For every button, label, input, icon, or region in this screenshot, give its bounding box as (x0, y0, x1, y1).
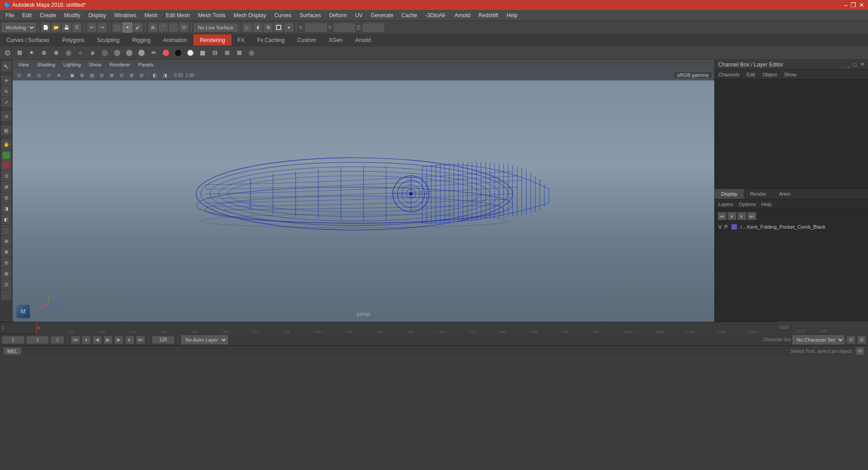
tab-xgen[interactable]: XGen (322, 34, 349, 46)
menu-display[interactable]: Display (85, 11, 109, 19)
icon-link2[interactable]: ⊠ (234, 47, 245, 58)
menu-file[interactable]: File (2, 11, 18, 19)
lt-btn-17[interactable]: ⊡ (1, 279, 11, 289)
rb-tab-display[interactable]: Display (715, 189, 744, 199)
icon-circle4[interactable] (136, 47, 147, 58)
ipr-btn[interactable]: ⧫ (253, 23, 263, 33)
viewport-menu-lighting[interactable]: Lighting (60, 61, 85, 68)
layer-play-prev[interactable]: ⏴ (727, 212, 736, 220)
frame-end-field[interactable] (152, 336, 175, 344)
tab-arnold[interactable]: Arnold (349, 34, 377, 46)
gamma-display[interactable]: sRGB gamma (673, 71, 712, 79)
status-mode[interactable]: MEL (4, 348, 21, 355)
layer-play-start[interactable]: ⏮ (717, 212, 726, 220)
move-tool[interactable]: ✛ (1, 75, 11, 85)
status-btn[interactable]: ⚙ (855, 347, 864, 355)
z-field[interactable] (362, 23, 385, 33)
cb-expand[interactable]: □ (854, 62, 857, 67)
tab-rigging[interactable]: Rigging (126, 34, 157, 46)
cb-tab-channels[interactable]: Channels (718, 72, 739, 77)
menu-windows[interactable]: Windows (111, 11, 140, 19)
lt-group-1[interactable] (1, 150, 11, 170)
menu-surfaces[interactable]: Surfaces (296, 11, 325, 19)
hypershade-btn[interactable]: ♦ (284, 23, 294, 33)
icon-snap2[interactable]: ⊟ (209, 47, 220, 58)
tab-fx[interactable]: FX (231, 34, 251, 46)
scale-tool[interactable]: ⤢ (1, 97, 11, 107)
timeline-ruler[interactable]: 5 10 15 20 25 30 35 40 45 50 55 60 65 (36, 322, 778, 334)
icon-home[interactable]: ⊙ (2, 47, 13, 58)
lt-btn-11[interactable]: ◧ (1, 214, 11, 224)
vp-btn-2[interactable]: ⊞ (24, 71, 33, 79)
cb-tab-show[interactable]: Show (784, 72, 797, 77)
viewport[interactable]: View Shading Lighting Show Renderer Pane… (13, 60, 714, 322)
close-btn[interactable]: ✕ (859, 1, 864, 9)
save-as-btn[interactable]: 🗒 (72, 23, 82, 33)
rb-tab-anim[interactable]: Anim (773, 189, 797, 199)
vp-btn-14[interactable]: ◧ (150, 71, 159, 79)
lt-btn-7[interactable]: ⊡ (1, 171, 11, 181)
icon-circle3[interactable] (124, 47, 135, 58)
tab-rendering[interactable]: Rendering (193, 34, 231, 46)
layer-play-end[interactable]: ⏭ (747, 212, 756, 220)
vp-btn-6[interactable]: ▣ (67, 71, 76, 79)
tab-sculpting[interactable]: Sculpting (91, 34, 126, 46)
icon-link[interactable]: ⊞ (222, 47, 232, 58)
menu-help[interactable]: Help (503, 11, 521, 19)
mode-select[interactable]: Modeling (2, 23, 36, 32)
icon-light4[interactable]: ◎ (63, 47, 74, 58)
soft-select[interactable]: ⊙ (1, 111, 11, 121)
lt-btn-12[interactable]: ⬚ (1, 225, 11, 235)
play-prev-frame[interactable]: ◀ (93, 336, 102, 344)
rb-tab-render[interactable]: Render (744, 189, 773, 199)
menu-mesh-tools[interactable]: Mesh Tools (194, 11, 229, 19)
lt-btn-8[interactable]: ⊞ (1, 182, 11, 192)
lt-btn-16[interactable]: ⊞ (1, 268, 11, 278)
lt-btn-9[interactable]: ⊟ (1, 193, 11, 202)
layer-play-next[interactable]: ⏵ (737, 212, 746, 220)
snap-curve-btn[interactable]: ⌒ (158, 23, 168, 33)
vp-btn-3[interactable]: ◎ (34, 71, 43, 79)
vp-btn-11[interactable]: ⊡ (117, 71, 126, 79)
menu-cache[interactable]: Cache (398, 11, 421, 19)
icon-brush[interactable]: ⌀ (87, 47, 98, 58)
icon-light5[interactable]: ○ (75, 47, 86, 58)
viewport-menu-panels[interactable]: Panels (135, 61, 157, 68)
lt-btn-18[interactable]: · (1, 290, 11, 300)
play-to-end[interactable]: ⏭ (136, 336, 145, 344)
icon-texture[interactable]: ▦ (197, 47, 208, 58)
menu-curves[interactable]: Curves (271, 11, 295, 19)
redo-btn[interactable]: ↪ (97, 23, 107, 33)
icon-snap[interactable]: ⊠ (14, 47, 25, 58)
vp-btn-7[interactable]: ⊞ (77, 71, 86, 79)
anim-layer-select[interactable]: No Anim Layer (181, 335, 228, 344)
select-btn[interactable]: ⬚ (112, 23, 122, 33)
icon-circle5[interactable] (160, 47, 171, 58)
icon-light2[interactable]: ⊛ (38, 47, 49, 58)
cb-minimize[interactable]: _ (847, 62, 850, 67)
rs-tab-layers[interactable]: Layers (718, 202, 733, 207)
vp-btn-15[interactable]: ◨ (160, 71, 169, 79)
tab-fx-caching[interactable]: Fx Caching (251, 34, 291, 46)
menu-mesh-display[interactable]: Mesh Display (230, 11, 270, 19)
vp-btn-5[interactable]: ⊛ (54, 71, 63, 79)
menu-edit[interactable]: Edit (19, 11, 35, 19)
rs-tab-help[interactable]: Help (761, 202, 772, 207)
menu-modify[interactable]: Modify (61, 11, 84, 19)
lt-btn-13[interactable]: ⊞ (1, 236, 11, 246)
icon-light3[interactable]: ⊕ (51, 47, 61, 58)
paint-select-btn[interactable]: 🖌 (133, 23, 143, 33)
new-file-btn[interactable]: 📄 (41, 23, 51, 33)
icon-circle1[interactable] (99, 47, 110, 58)
menu-create[interactable]: Create (36, 11, 60, 19)
y-field[interactable] (333, 23, 356, 33)
open-file-btn[interactable]: 📂 (51, 23, 61, 33)
vp-btn-1[interactable]: ⊡ (14, 71, 24, 79)
vp-btn-4[interactable]: ⊙ (44, 71, 53, 79)
menu-generate[interactable]: Generate (367, 11, 397, 19)
tab-custom[interactable]: Custom (291, 34, 322, 46)
cb-close[interactable]: ✕ (860, 61, 864, 67)
cb-tab-object[interactable]: Object (762, 72, 777, 77)
bc-settings-btn[interactable]: ⚙ (846, 336, 855, 344)
command-input[interactable] (25, 347, 787, 355)
